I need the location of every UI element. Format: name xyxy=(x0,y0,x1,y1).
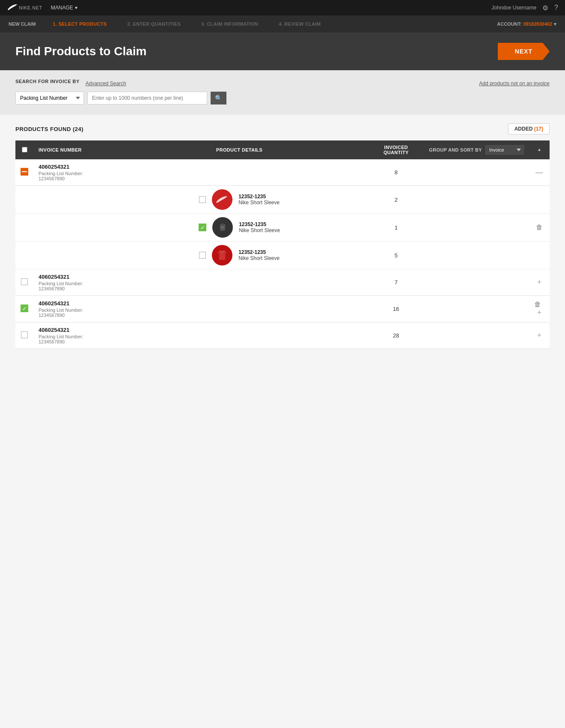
step-claim-information[interactable]: 3. CLAIM INFORMATION xyxy=(191,21,268,27)
table-row: 12352-1235 Nike Short Sleeve 5 xyxy=(15,242,550,269)
table-row: 4060254321 Packing List Number: 12345678… xyxy=(15,159,550,186)
search-section: SEARCH FOR INVOICE BY Advanced Search Ad… xyxy=(0,70,565,115)
invoice-action-cell: + xyxy=(529,322,550,349)
new-claim-button[interactable]: NEW CLAIM xyxy=(9,21,43,27)
next-button[interactable]: NEXT xyxy=(498,43,550,60)
product-action-cell xyxy=(529,242,550,269)
step-review-claim[interactable]: 4. REVIEW CLAIM xyxy=(268,21,331,27)
invoice-unchecked-checkbox[interactable] xyxy=(21,331,28,338)
step-bar: NEW CLAIM 1. SELECT PRODUCTS 2. ENTER QU… xyxy=(0,15,565,33)
header-invoice-number: INVOICE NUMBER xyxy=(33,140,110,159)
product-name: Nike Short Sleeve xyxy=(238,255,280,261)
products-table: INVOICE NUMBER PRODUCT DETAILS INVOICED … xyxy=(15,140,550,349)
invoice-checkbox-cell xyxy=(15,159,33,186)
product-checkbox-cell xyxy=(15,186,33,214)
product-details-cell: 12352-1235 Nike Short Sleeve xyxy=(110,186,368,214)
manage-label: MANAGE xyxy=(51,5,73,11)
product-checkbox-cell xyxy=(15,242,33,269)
invoice-number-cell: 4060254321 Packing List Number: 12345678… xyxy=(33,159,110,186)
header-invoiced-qty: INVOICED QUANTITY xyxy=(368,140,424,159)
product-action-cell: 🗑 xyxy=(529,214,550,242)
manage-menu-button[interactable]: MANAGE ▾ xyxy=(51,5,77,11)
product-sku: 12352-1235 xyxy=(238,194,280,200)
page-title: Find Products to Claim xyxy=(15,45,146,58)
group-sort-container: Group and Sort by Invoice Style Product xyxy=(429,145,524,155)
product-qty-cell: 5 xyxy=(368,242,424,269)
product-qty-value: 2 xyxy=(395,197,398,203)
product-action-cell xyxy=(529,186,550,214)
search-label-row: SEARCH FOR INVOICE BY Advanced Search Ad… xyxy=(15,79,550,88)
product-checkbox[interactable] xyxy=(199,196,206,203)
product-details-cell xyxy=(110,322,368,349)
invoice-number-cell: 4060254321 Packing List Number: 12345678… xyxy=(33,269,110,296)
search-left: Packing List Number Invoice Number Style… xyxy=(15,92,226,104)
products-header: PRODUCTS FOUND (24) ADDED (17) xyxy=(15,123,550,134)
invoice-expand-icon[interactable]: + xyxy=(537,278,542,286)
invoice-number-value: 4060254321 xyxy=(39,274,105,280)
search-row: Packing List Number Invoice Number Style… xyxy=(15,92,550,104)
packing-list-value: Packing List Number: 1234567890 xyxy=(39,334,105,344)
advanced-search-link[interactable]: Advanced Search xyxy=(86,81,126,87)
product-checkbox[interactable] xyxy=(199,252,206,259)
delete-icon[interactable]: 🗑 xyxy=(534,301,541,308)
table-header-row: INVOICE NUMBER PRODUCT DETAILS INVOICED … xyxy=(15,140,550,159)
product-group-cell xyxy=(424,242,529,269)
invoice-action-cell: — xyxy=(529,159,550,186)
invoice-action-cell: + xyxy=(529,269,550,296)
product-group-cell xyxy=(424,186,529,214)
product-details-text: 12352-1235 Nike Short Sleeve xyxy=(238,194,280,206)
manage-chevron-icon: ▾ xyxy=(75,5,77,11)
group-sort-dropdown[interactable]: Invoice Style Product xyxy=(485,145,524,155)
group-sort-label: Group and Sort by xyxy=(429,147,482,152)
table-row: 4060254321 Packing List Number: 12345678… xyxy=(15,322,550,349)
step-enter-quantities[interactable]: 2. ENTER QUANTITIES xyxy=(117,21,191,27)
invoice-group-cell xyxy=(424,322,529,349)
product-qty-value: 1 xyxy=(395,224,398,231)
delete-icon[interactable]: 🗑 xyxy=(536,224,543,231)
invoice-expand-icon[interactable]: + xyxy=(537,308,542,317)
invoice-number-value: 4060254321 xyxy=(39,300,105,307)
product-details-cell xyxy=(110,269,368,296)
search-button[interactable]: 🔍 xyxy=(211,92,226,104)
invoice-qty-cell: 28 xyxy=(368,322,424,349)
table-row: 12352-1235 Nike Short Sleeve 2 xyxy=(15,186,550,214)
packing-list-value: Packing List Number: 1234567890 xyxy=(39,171,105,181)
header-checkbox xyxy=(15,140,33,159)
packing-list-value: Packing List Number: 1234567890 xyxy=(39,281,105,291)
product-details-cell: 12352-1235 Nike Short Sleeve xyxy=(110,242,368,269)
invoice-qty-cell: 7 xyxy=(368,269,424,296)
invoice-search-dropdown[interactable]: Packing List Number Invoice Number Style… xyxy=(15,92,84,104)
select-all-checkbox[interactable] xyxy=(22,147,27,152)
invoice-qty-value: 8 xyxy=(395,169,398,176)
add-products-link[interactable]: Add products not on an invoice xyxy=(479,81,550,87)
invoice-checked-checkbox[interactable] xyxy=(21,304,28,312)
product-sku: 12352-1235 xyxy=(238,249,280,255)
invoice-qty-cell: 8 xyxy=(368,159,424,186)
invoice-qty-value: 16 xyxy=(393,306,399,312)
table-body: 4060254321 Packing List Number: 12345678… xyxy=(15,159,550,349)
product-indent-cell xyxy=(33,242,110,269)
product-checkbox-checked[interactable] xyxy=(199,224,206,231)
search-label: SEARCH FOR INVOICE BY xyxy=(15,79,80,84)
nike-logo-icon xyxy=(7,3,19,12)
search-input[interactable] xyxy=(87,92,207,104)
account-label: ACCOUNT: xyxy=(497,21,521,27)
invoice-number-value: 4060254321 xyxy=(39,327,105,333)
help-icon[interactable]: ? xyxy=(554,4,558,12)
invoice-collapse-icon[interactable]: — xyxy=(535,168,543,176)
settings-icon[interactable]: ⚙ xyxy=(542,4,548,12)
product-details-cell xyxy=(110,159,368,186)
account-number: 09182830402 xyxy=(523,21,552,27)
invoice-unchecked-checkbox[interactable] xyxy=(21,278,28,285)
invoice-group-cell xyxy=(424,269,529,296)
step-select-products[interactable]: 1. SELECT PRODUCTS xyxy=(43,21,117,27)
invoice-qty-value: 28 xyxy=(393,332,399,339)
added-button[interactable]: ADDED (17) xyxy=(508,123,550,134)
product-qty-cell: 1 xyxy=(368,214,424,242)
account-section: ACCOUNT: 09182830402 ▾ xyxy=(497,21,556,27)
product-group-cell xyxy=(424,214,529,242)
product-image xyxy=(212,217,233,238)
product-indent-cell xyxy=(33,214,110,242)
invoice-minus-checkbox[interactable] xyxy=(21,168,28,176)
invoice-expand-icon[interactable]: + xyxy=(537,331,542,340)
